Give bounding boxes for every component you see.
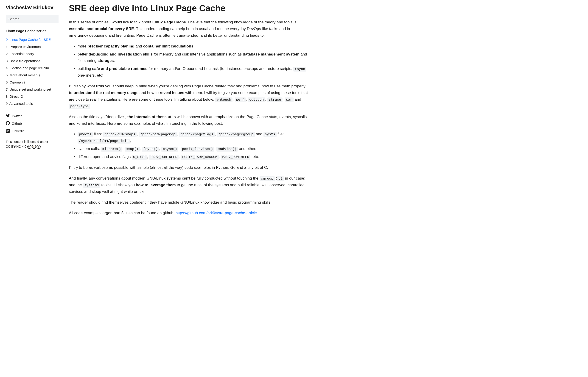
nav-item-5[interactable]: 5. More about mmap() <box>6 71 59 79</box>
list-item: system calls: mincore(), mmap(), fsync()… <box>78 146 309 152</box>
cc-icons: cc 🧍 $ <box>27 145 41 149</box>
github-icon <box>6 121 10 126</box>
nav-item-8[interactable]: 8. Direct IO <box>6 93 59 100</box>
social-label: Linkedin <box>12 129 24 133</box>
nav-item-6[interactable]: 6. Cgroup v2 <box>6 79 59 86</box>
social-label: Github <box>12 121 22 125</box>
sidebar: Viacheslav Biriukov Linux Page Cache ser… <box>0 0 61 377</box>
internals-list: procfs files: /proc/PID/smaps, /proc/pid… <box>69 131 309 160</box>
series-title: Linux Page Cache series <box>6 29 59 33</box>
list-item: procfs files: /proc/PID/smaps, /proc/pid… <box>78 131 309 144</box>
page-title: SRE deep dive into Linux Page Cache <box>69 3 309 13</box>
social-linkedin[interactable]: Linkedin <box>6 127 59 135</box>
github-paragraph: All code examples larger than 5 lines ca… <box>69 210 309 216</box>
nav-item-9[interactable]: 9. Advanced tools <box>6 100 59 107</box>
site-title[interactable]: Viacheslav Biriukov <box>6 5 59 11</box>
list-item: building safe and predictable runtimes f… <box>78 66 309 79</box>
social-list: Twitter Github Linkedin <box>6 112 59 135</box>
list-item: different open and advise flags O_SYNC, … <box>78 154 309 160</box>
nav-item-0[interactable]: 0. Linux Page Cache for SRE <box>6 36 59 43</box>
nav-item-4[interactable]: 4. Eviction and page reclaim <box>6 64 59 71</box>
internals-paragraph: Also as the title says "deep dive", the … <box>69 114 309 127</box>
cc-icon: cc <box>27 145 31 149</box>
utils-paragraph: I'll display what utils you should keep … <box>69 83 309 110</box>
nav-item-1[interactable]: 1. Prepare environments <box>6 43 59 50</box>
linkedin-icon <box>6 129 10 133</box>
nc-icon: $ <box>37 145 41 149</box>
list-item: more preciser capacity planing and conta… <box>78 43 309 50</box>
list-item: better debugging and investigation skill… <box>78 51 309 64</box>
intro-paragraph: In this series of articles I would like … <box>69 19 309 39</box>
article-main: SRE deep dive into Linux Page Cache In t… <box>61 0 311 377</box>
reader-paragraph: The reader should find themselves confid… <box>69 199 309 206</box>
social-label: Twitter <box>12 114 22 118</box>
by-icon: 🧍 <box>32 145 36 149</box>
cgroup-paragraph: And finally, any conversations about mod… <box>69 175 309 195</box>
benefits-list: more preciser capacity planing and conta… <box>69 43 309 79</box>
verbose-paragraph: I'll try to be as verbose as possible wi… <box>69 165 309 171</box>
nav-item-7[interactable]: 7. Unique set and working set <box>6 86 59 93</box>
nav-item-2[interactable]: 2. Essential theory <box>6 50 59 57</box>
nav-item-3[interactable]: 3. Basic file operations <box>6 57 59 64</box>
social-github[interactable]: Github <box>6 120 59 127</box>
license-text: This content is licensed under CC BY-NC … <box>6 140 59 149</box>
social-twitter[interactable]: Twitter <box>6 112 59 120</box>
nav-list: 0. Linux Page Cache for SRE 1. Prepare e… <box>6 36 59 107</box>
github-link[interactable]: https://github.com/brk0v/sre-page-cache-… <box>176 211 257 215</box>
twitter-icon <box>6 114 10 118</box>
search-input[interactable] <box>6 15 59 23</box>
